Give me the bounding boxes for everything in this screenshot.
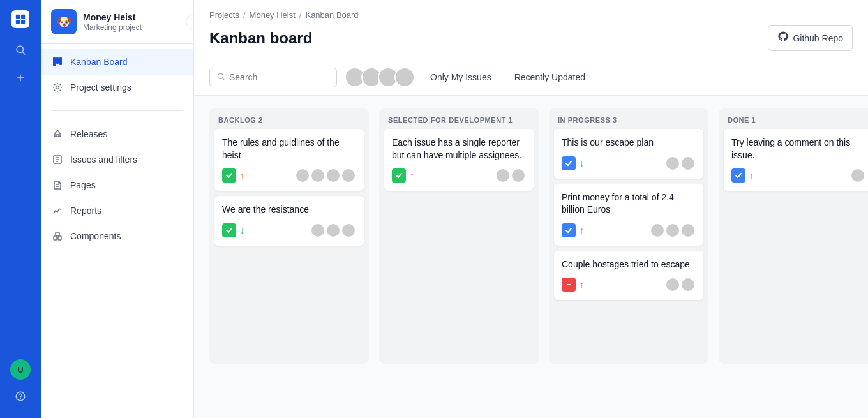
av: [326, 168, 341, 183]
sidebar-item-settings[interactable]: Project settings: [41, 75, 193, 100]
github-icon: [777, 31, 789, 45]
app-logo[interactable]: [11, 10, 29, 28]
card-c1-badge: [222, 168, 236, 183]
reports-icon: [51, 204, 64, 217]
search-icon: [216, 72, 225, 83]
toolbar: Only My Issues Recently Updated: [194, 59, 868, 96]
card-c4[interactable]: This is our escape plan ↓: [554, 129, 703, 179]
column-inprogress-cards: This is our escape plan ↓ Print money fo…: [549, 129, 708, 364]
svg-rect-14: [59, 57, 62, 65]
card-c1-title: The rules and guidlines of the heist: [222, 137, 356, 161]
search-input[interactable]: [229, 72, 330, 82]
card-c5-title: Print money for a total of 2.4 billion E…: [562, 191, 696, 216]
svg-point-25: [218, 73, 223, 78]
av: [680, 156, 696, 171]
card-c1-footer: ↑: [222, 168, 356, 183]
card-c1[interactable]: The rules and guidlines of the heist ↑: [214, 129, 364, 191]
project-sub: Marketing project: [83, 23, 142, 32]
column-selected-title: SELECTED FOR DEVELOPMENT 1: [388, 116, 513, 124]
column-backlog-cards: The rules and guidlines of the heist ↑: [209, 129, 369, 364]
svg-rect-24: [56, 232, 59, 235]
sidebar-collapse-btn[interactable]: ‹: [186, 14, 194, 29]
breadcrumb-sep-1: /: [243, 10, 246, 20]
issues-label: Issues and filters: [70, 154, 137, 165]
breadcrumb: Projects / Money Heist / Kanban Board: [209, 10, 853, 20]
column-selected-header: SELECTED FOR DEVELOPMENT 1: [379, 108, 539, 129]
breadcrumb-projects[interactable]: Projects: [209, 10, 239, 20]
card-c3-badge: [392, 168, 406, 183]
card-c6-avatars: [665, 277, 696, 292]
av: [295, 168, 310, 183]
svg-point-15: [56, 86, 59, 89]
sidebar-item-reports[interactable]: Reports: [41, 198, 193, 223]
svg-rect-0: [16, 15, 20, 19]
card-c7-priority: ↑: [749, 170, 754, 181]
settings-label: Project settings: [70, 82, 131, 93]
filter-my-issues-btn[interactable]: Only My Issues: [423, 68, 499, 86]
kanban-label: Kanban Board: [70, 57, 128, 67]
user-avatar[interactable]: U: [10, 359, 31, 380]
card-c5-footer: ↑: [562, 223, 696, 238]
card-c2[interactable]: We are the resistance ↓: [214, 196, 364, 246]
column-inprogress-title: IN PROGRESS 3: [558, 116, 617, 124]
add-icon-btn[interactable]: [9, 66, 32, 89]
sidebar-section: Releases Issues and filters Pages Report…: [41, 116, 193, 254]
card-c3-priority: ↑: [410, 170, 414, 181]
card-c4-avatars: [665, 156, 696, 171]
sidebar-divider: [51, 110, 183, 111]
column-done: DONE 1 Try leaving a comment on this iss…: [719, 108, 868, 364]
issues-icon: [51, 153, 64, 166]
card-c6[interactable]: Couple hostages tried to escape ↑: [554, 251, 703, 301]
filter-recently-updated-btn[interactable]: Recently Updated: [507, 68, 593, 86]
av: [495, 168, 511, 183]
search-box[interactable]: [209, 68, 337, 87]
av: [511, 168, 526, 183]
svg-point-4: [17, 46, 24, 53]
column-backlog-title: BACKLOG 2: [218, 116, 263, 124]
card-c7[interactable]: Try leaving a comment on this issue. ↑: [724, 129, 868, 191]
releases-label: Releases: [70, 129, 107, 139]
sidebar-item-issues[interactable]: Issues and filters: [41, 147, 193, 172]
help-icon-btn[interactable]: [9, 385, 32, 408]
column-inprogress: IN PROGRESS 3 This is our escape plan ↓: [549, 108, 708, 364]
card-c6-badge: [562, 278, 576, 292]
column-done-header: DONE 1: [719, 108, 868, 129]
card-c3-footer: ↑: [392, 168, 526, 183]
kanban-icon: [51, 56, 64, 68]
column-backlog-header: BACKLOG 2: [209, 108, 369, 129]
breadcrumb-kanban: Kanban Board: [305, 10, 358, 20]
page-title-row: Kanban board Github Repo: [209, 25, 853, 59]
av: [665, 223, 680, 238]
column-done-title: DONE 1: [728, 116, 756, 124]
sidebar-item-kanban[interactable]: Kanban Board: [41, 49, 193, 75]
sidebar-item-components[interactable]: Components: [41, 223, 193, 249]
av: [665, 277, 680, 292]
card-c4-footer: ↓: [562, 156, 696, 171]
card-c6-footer: ↑: [562, 277, 696, 292]
svg-point-9: [20, 398, 21, 399]
github-repo-label: Github Repo: [793, 33, 843, 43]
avatar-4[interactable]: [394, 67, 415, 87]
search-icon-btn[interactable]: [9, 38, 32, 61]
column-selected-cards: Each issue has a single reporter but can…: [379, 129, 539, 364]
card-c2-badge: [222, 223, 236, 237]
card-c5-avatars: [650, 223, 696, 238]
breadcrumb-moneyheist[interactable]: Money Heist: [250, 10, 296, 20]
sidebar-item-pages[interactable]: Pages: [41, 172, 193, 198]
av: [665, 156, 680, 171]
av: [850, 168, 865, 183]
card-c7-footer: ↑: [731, 168, 865, 183]
card-c5-badge: [562, 223, 576, 237]
column-inprogress-header: IN PROGRESS 3: [549, 108, 708, 129]
settings-icon: [51, 81, 64, 94]
card-c2-footer: ↓: [222, 223, 356, 238]
sidebar-item-releases[interactable]: Releases: [41, 121, 193, 147]
card-c2-avatars: [310, 223, 356, 238]
column-done-cards: Try leaving a comment on this issue. ↑: [719, 129, 868, 364]
av: [680, 223, 696, 238]
card-c3-title: Each issue has a single reporter but can…: [392, 137, 526, 161]
card-c3[interactable]: Each issue has a single reporter but can…: [384, 129, 534, 191]
github-repo-button[interactable]: Github Repo: [768, 25, 853, 51]
svg-rect-2: [16, 20, 20, 24]
card-c5[interactable]: Print money for a total of 2.4 billion E…: [554, 184, 703, 246]
